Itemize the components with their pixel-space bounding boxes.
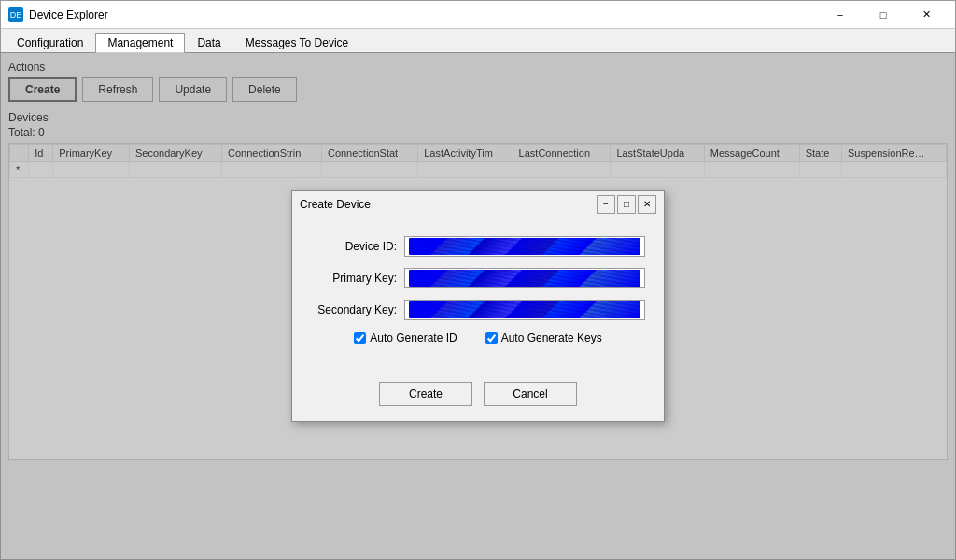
- tab-bar: Configuration Management Data Messages T…: [1, 29, 955, 53]
- window-title: Device Explorer: [29, 8, 108, 21]
- primary-key-row: Primary Key:: [311, 268, 645, 288]
- dialog-close-button[interactable]: ✕: [638, 195, 656, 214]
- dialog-content: Device ID: Primary Key: Secondary Key:: [292, 217, 664, 374]
- primary-key-label: Primary Key:: [311, 272, 404, 285]
- dialog-footer: Create Cancel: [292, 374, 664, 421]
- device-id-row: Device ID:: [311, 236, 645, 257]
- dialog-create-button[interactable]: Create: [379, 382, 472, 406]
- create-device-dialog: Create Device − □ ✕ Device ID:: [291, 190, 665, 422]
- maximize-button[interactable]: □: [862, 1, 905, 29]
- auto-generate-id-checkbox[interactable]: [354, 332, 366, 344]
- dialog-controls: − □ ✕: [597, 195, 656, 214]
- title-bar: DE Device Explorer − □ ✕: [1, 1, 955, 29]
- checkbox-row: Auto Generate ID Auto Generate Keys: [311, 331, 645, 344]
- secondary-key-redacted: [409, 301, 640, 318]
- tab-data[interactable]: Data: [185, 32, 232, 52]
- secondary-key-row: Secondary Key:: [311, 300, 645, 320]
- secondary-key-field[interactable]: [404, 300, 645, 320]
- tab-configuration[interactable]: Configuration: [5, 32, 95, 52]
- tab-messages[interactable]: Messages To Device: [233, 32, 361, 52]
- close-button[interactable]: ✕: [905, 1, 948, 29]
- secondary-key-label: Secondary Key:: [311, 303, 404, 316]
- modal-overlay: Create Device − □ ✕ Device ID:: [0, 52, 956, 560]
- auto-generate-keys-checkbox[interactable]: [485, 332, 498, 344]
- primary-key-redacted: [409, 270, 640, 287]
- dialog-title-bar: Create Device − □ ✕: [292, 191, 664, 217]
- dialog-title: Create Device: [300, 198, 371, 211]
- dialog-cancel-button[interactable]: Cancel: [484, 382, 577, 406]
- app-icon-text: DE: [10, 10, 22, 20]
- main-window: DE Device Explorer − □ ✕ Configuration M…: [0, 0, 956, 560]
- auto-generate-id-checkbox-item[interactable]: Auto Generate ID: [354, 331, 457, 344]
- title-bar-left: DE Device Explorer: [8, 7, 108, 22]
- auto-generate-keys-label: Auto Generate Keys: [501, 331, 602, 344]
- tab-management[interactable]: Management: [95, 33, 185, 53]
- window-controls: − □ ✕: [819, 1, 948, 29]
- minimize-button[interactable]: −: [819, 1, 862, 29]
- device-id-field[interactable]: [404, 236, 645, 257]
- device-id-label: Device ID:: [311, 240, 404, 253]
- dialog-maximize-button[interactable]: □: [617, 195, 636, 214]
- auto-generate-id-label: Auto Generate ID: [370, 331, 457, 344]
- app-icon: DE: [8, 7, 23, 22]
- dialog-minimize-button[interactable]: −: [597, 195, 615, 214]
- auto-generate-keys-checkbox-item[interactable]: Auto Generate Keys: [485, 331, 602, 344]
- device-id-redacted: [409, 238, 640, 255]
- primary-key-field[interactable]: [404, 268, 645, 288]
